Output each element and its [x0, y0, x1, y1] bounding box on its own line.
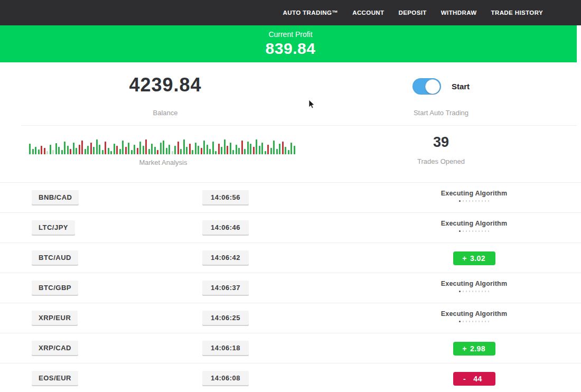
pair-badge: BNB/CAD: [32, 190, 79, 204]
pair-badge: BTC/AUD: [32, 250, 78, 265]
current-profit-label: Current Profit: [268, 30, 312, 39]
top-navbar: AUTO TRADING™ ACCOUNT DEPOSIT WITHDRAW T…: [0, 0, 581, 25]
time-badge: 14:06:56: [202, 190, 249, 204]
table-row: XRP/EUR 14:06:25 Executing Algorithm: [0, 303, 581, 333]
table-row: LTC/JPY 14:06:46 Executing Algorithm: [0, 212, 581, 242]
market-analysis-label: Market Analysis: [29, 158, 297, 166]
trade-status-cell: Executing Algorithm: [412, 303, 536, 333]
time-badge: 14:06:42: [202, 250, 249, 265]
pair-badge: LTC/JPY: [32, 220, 75, 235]
table-row: XRP/CAD 14:06:18 +2.98: [0, 333, 581, 363]
section-divider: [21, 125, 577, 126]
executing-algorithm-status: Executing Algorithm: [441, 190, 508, 202]
time-badge: 14:06:08: [202, 371, 249, 385]
time-badge: 14:06:18: [202, 341, 249, 355]
trades-opened-label: Trades Opened: [338, 157, 544, 165]
time-badge: 14:06:37: [202, 281, 249, 295]
start-auto-trading-caption: Start Auto Trading: [338, 109, 544, 117]
trade-result-badge: +3.02: [453, 251, 495, 265]
pair-badge: XRP/EUR: [32, 311, 78, 325]
nav-item-trade-history[interactable]: TRADE HISTORY: [491, 10, 543, 16]
table-row: BNB/CAD 14:06:56 Executing Algorithm: [0, 182, 581, 212]
progress-dots: [459, 321, 490, 322]
market-analysis-chart: [29, 135, 297, 154]
trade-status-cell: Executing Algorithm: [412, 213, 536, 243]
current-profit-value: 839.84: [266, 40, 316, 58]
progress-dots: [459, 230, 490, 232]
trade-status-cell: +3.02: [412, 243, 536, 273]
executing-algorithm-status: Executing Algorithm: [441, 310, 508, 322]
nav-item-account[interactable]: ACCOUNT: [352, 10, 384, 16]
executing-algorithm-status: Executing Algorithm: [441, 280, 508, 292]
table-row: BTC/GBP 14:06:37 Executing Algorithm: [0, 273, 581, 303]
trades-list: BNB/CAD 14:06:56 Executing Algorithm LTC…: [0, 182, 581, 392]
nav-item-deposit[interactable]: DEPOSIT: [399, 10, 427, 16]
trade-result-badge: +2.98: [453, 342, 495, 356]
auto-trading-toggle-group: Start: [338, 78, 544, 95]
trade-status-cell: -44: [412, 363, 536, 392]
trade-result-badge: -44: [453, 372, 495, 386]
auto-trading-page: AUTO TRADING™ ACCOUNT DEPOSIT WITHDRAW T…: [0, 0, 581, 392]
start-toggle[interactable]: [413, 78, 441, 95]
nav-item-withdraw[interactable]: WITHDRAW: [441, 10, 477, 16]
time-badge: 14:06:46: [202, 220, 249, 235]
table-row: BTC/AUD 14:06:42 +3.02: [0, 242, 581, 273]
pair-badge: EOS/EUR: [32, 371, 78, 385]
toggle-knob: [425, 79, 440, 94]
trade-status-cell: Executing Algorithm: [412, 183, 536, 213]
trade-status-cell: Executing Algorithm: [412, 273, 536, 303]
progress-dots: [459, 291, 490, 292]
time-badge: 14:06:25: [202, 311, 249, 325]
balance-value: 4239.84: [0, 74, 331, 96]
current-profit-banner: Current Profit 839.84: [0, 25, 581, 62]
pair-badge: XRP/CAD: [32, 341, 78, 355]
banner-right-strip: [577, 25, 581, 62]
table-row: EOS/EUR 14:06:08 -44: [0, 363, 581, 392]
progress-dots: [459, 200, 490, 202]
stats-section: 4239.84 Balance Start Start Auto Trading…: [0, 62, 581, 182]
trades-opened-value: 39: [338, 134, 544, 151]
nav-item-auto-trading[interactable]: AUTO TRADING™: [283, 10, 339, 16]
start-toggle-label: Start: [452, 82, 470, 91]
balance-label: Balance: [0, 109, 331, 117]
executing-algorithm-status: Executing Algorithm: [441, 220, 508, 232]
pair-badge: BTC/GBP: [32, 281, 78, 295]
trade-status-cell: +2.98: [412, 333, 536, 363]
